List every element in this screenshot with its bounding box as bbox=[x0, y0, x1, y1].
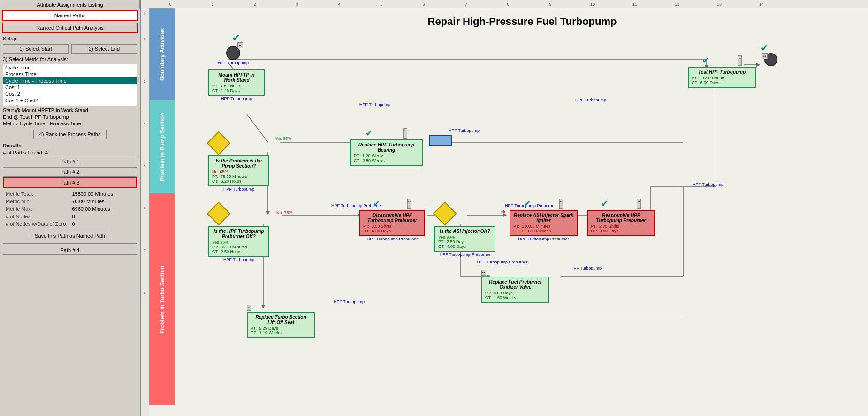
disassemble-box[interactable]: Disassemble HPF Turbopump Preburner PT: … bbox=[359, 210, 425, 236]
reassemble-box[interactable]: Reassemble HPF Turbopump Preburner PT: 2… bbox=[587, 210, 655, 236]
lane-pump: Problem in Pump Section bbox=[149, 100, 175, 194]
check-test-hpf: ✔ bbox=[702, 55, 709, 66]
preburner-ok-box[interactable]: Is the HPF Turbopump Preburner OK? Yes 2… bbox=[208, 226, 269, 257]
start-node: HPF Turbopump bbox=[218, 46, 249, 65]
metric-min-value: 70.00 Minutes bbox=[70, 198, 114, 205]
replace-turbo-node[interactable]: ▪▪ Replace Turbo Section Lift-Off Seal P… bbox=[247, 304, 315, 338]
path1-button[interactable]: Path # 1 bbox=[3, 157, 137, 166]
diagram-title: Repair High-Pressure Fuel Turbopump bbox=[176, 15, 868, 28]
ruler-mark-10: 10 bbox=[571, 2, 614, 7]
replace-asi-node[interactable]: ✔ ▪▪ Replace ASI Injector Spark Igniter … bbox=[510, 199, 578, 241]
metric-max-label: Metric Max: bbox=[4, 206, 69, 212]
panel-scroll: Setup 1) Select Start 2) Select End 3) S… bbox=[0, 34, 140, 416]
diagram-canvas: 0 1 2 3 4 5 6 7 8 9 10 11 12 13 14 1 2 3… bbox=[141, 0, 868, 416]
hpf-bearing-label: HPF Turbopump bbox=[449, 128, 480, 133]
replace-asi-title: Replace ASI Injector Spark Igniter bbox=[513, 213, 574, 223]
hpf-turbo-label: HPF Turbopump bbox=[334, 300, 365, 304]
ruler-mark-14: 14 bbox=[740, 2, 783, 7]
bearing-box[interactable]: Replace HPF Turbopump Bearing PT: 1.20 W… bbox=[350, 139, 423, 166]
yes35-label: Yes 35% bbox=[275, 136, 291, 141]
ruler-mark-13: 13 bbox=[698, 2, 740, 7]
metric-cost1[interactable]: Cost 1 bbox=[3, 84, 137, 91]
replace-fuel-box[interactable]: Replace Fuel Preburner Oxidizer Valve PT… bbox=[481, 277, 549, 303]
ruler-mark-v-7: 7 bbox=[144, 229, 145, 271]
asi-ok-box[interactable]: Is the ASI Injector OK? Yes 90% PT: 2.50… bbox=[434, 226, 495, 252]
nodes-label: # of Nodes: bbox=[4, 213, 69, 220]
metric-cost1-cost2[interactable]: Cost1 + Cost2 bbox=[3, 97, 137, 104]
ruler-mark-9: 9 bbox=[529, 2, 571, 7]
asi-ok-node[interactable]: Is the ASI Injector OK? Yes 90% PT: 2.50… bbox=[434, 203, 495, 257]
ruler-mark-v-5: 5 bbox=[144, 145, 145, 187]
mount-hpf-box[interactable]: Mount HPFTP inWork Stand PT: 7.50 HoursC… bbox=[208, 69, 265, 101]
metric-process-time[interactable]: Process Time bbox=[3, 71, 137, 77]
ruler-left: 1 2 3 4 5 6 7 8 bbox=[141, 8, 149, 416]
badge-bearing: ▪▪ bbox=[403, 128, 407, 139]
nodes-value: 8 bbox=[70, 213, 114, 220]
named-paths-btn[interactable]: Named Paths bbox=[2, 10, 138, 21]
test-hpf-node[interactable]: ✔ ▪▪ Test HPF Turbopump PT: 112.00 Hours… bbox=[688, 55, 756, 88]
replace-fuel-title: Replace Fuel Preburner Oxidizer Valve bbox=[485, 279, 546, 290]
pump-section-node[interactable]: Is the Problem in the Pump Section? No 6… bbox=[208, 133, 269, 192]
lane-boundary: Boundary Activities bbox=[149, 8, 175, 100]
mount-activity[interactable]: Mount HPFTP inWork Stand PT: 7.50 HoursC… bbox=[208, 69, 265, 96]
test-hpf-box[interactable]: Test HPF Turbopump PT: 112.00 HoursCT: 6… bbox=[688, 67, 756, 88]
ruler-mark-8: 8 bbox=[487, 2, 529, 7]
replace-bearing-node[interactable]: ✔ ▪▪ Replace HPF Turbopump Bearing PT: 1… bbox=[350, 128, 423, 166]
hpf-right-label: HPF Turbopump bbox=[693, 182, 723, 187]
swim-lane-container: Boundary Activities Problem in Pump Sect… bbox=[149, 8, 868, 416]
ruler-mark-4: 4 bbox=[318, 2, 360, 7]
setup-row: 1) Select Start 2) Select End bbox=[0, 42, 140, 55]
test-hpf-metrics: PT: 112.00 HoursCT: 6.00 Days bbox=[692, 76, 752, 85]
ruler-mark-v-8: 8 bbox=[144, 271, 145, 314]
metric-select-label: 3) Select Metric for Analysis: bbox=[0, 55, 140, 63]
replace-turbo-box[interactable]: Replace Turbo Section Lift-Off Seal PT: … bbox=[247, 312, 315, 338]
badge-test-hpf: ▪▪ bbox=[738, 55, 742, 66]
nodes-zero-label: # of Nodes w/Data of Zero: bbox=[4, 221, 69, 227]
metric-total-label: Metric Total: bbox=[4, 191, 69, 197]
mount-title: Mount HPFTP inWork Stand bbox=[212, 72, 261, 83]
replace-fuel-node[interactable]: ▪▪ Replace Fuel Preburner Oxidizer Valve… bbox=[481, 269, 549, 303]
path4-button[interactable]: Path # 4 bbox=[3, 246, 137, 255]
path3-button[interactable]: Path # 3 bbox=[3, 177, 137, 188]
metric-cycle-time[interactable]: Cycle Time bbox=[3, 64, 137, 71]
preburner-diamond[interactable] bbox=[207, 202, 231, 226]
bearing-metrics: PT: 1.20 WeeksCT: 2.80 Weeks bbox=[354, 154, 419, 163]
pump-diamond[interactable] bbox=[207, 131, 231, 155]
pump-section-label: HPF Turbopump bbox=[208, 187, 269, 192]
ruler-mark-3: 3 bbox=[276, 2, 318, 7]
rank-process-paths-button[interactable]: 4) Rank the Process Paths bbox=[33, 130, 107, 139]
hpf-top-label: HPF Turbopump bbox=[575, 98, 606, 102]
path2-button[interactable]: Path # 2 bbox=[3, 167, 137, 177]
replace-asi-metrics: PT: 130.00 MinutesCT: 200.00 Minutes bbox=[513, 224, 574, 233]
disassemble-node[interactable]: ✔ ▪▪ Disassemble HPF Turbopump Preburner… bbox=[359, 199, 425, 241]
metric-min-label: Metric Min: bbox=[4, 198, 69, 205]
pump-section-metrics: No 65% PT: 75.00 MinutesCT: 6.20 Hours bbox=[212, 169, 266, 184]
ruler-mark-5: 5 bbox=[360, 2, 403, 7]
metric-listbox[interactable]: Cycle Time Process Time Cycle Time - Pro… bbox=[3, 64, 137, 106]
select-end-button[interactable]: 2) Select End bbox=[71, 44, 137, 54]
metric-no-data: -- No Data Attributes are Assigned bbox=[3, 104, 137, 106]
ruler-mark-1: 1 bbox=[191, 2, 234, 7]
preburner-ok-node[interactable]: Is the HPF Turbopump Preburner OK? Yes 2… bbox=[208, 203, 269, 262]
end-at-label: End @ Test HPF Turbopump bbox=[0, 114, 140, 120]
ruler-mark-v-6: 6 bbox=[144, 187, 145, 229]
metric-total-value: 15800.00 Minutes bbox=[70, 191, 114, 197]
metric-cycle-process[interactable]: Cycle Time - Process Time bbox=[3, 77, 137, 84]
metric-cost2[interactable]: Cost 2 bbox=[3, 91, 137, 97]
replace-asi-box[interactable]: Replace ASI Injector Spark Igniter PT: 1… bbox=[510, 210, 578, 236]
asi-ok-hpf-label: HPF Turbopump Preburner bbox=[434, 252, 495, 257]
save-path-button[interactable]: Save this Path as Named Path bbox=[29, 231, 111, 240]
select-start-button[interactable]: 1) Select Start bbox=[3, 44, 69, 54]
ruler-mark-v-2: 2 bbox=[144, 18, 145, 60]
no75-label: No 75% bbox=[276, 210, 293, 215]
setup-label: Setup bbox=[0, 34, 140, 42]
badge-end: ▪▪ bbox=[762, 53, 768, 59]
left-panel: Attribute Assignments Listing Named Path… bbox=[0, 0, 141, 416]
asi-diamond[interactable] bbox=[433, 202, 457, 226]
ruler-mark-11: 11 bbox=[614, 2, 656, 7]
ranked-critical-btn[interactable]: Ranked Critical Path Analysis bbox=[2, 23, 138, 33]
metrics-table: Metric Total:15800.00 Minutes Metric Min… bbox=[3, 190, 116, 228]
disassemble-title: Disassemble HPF Turbopump Preburner bbox=[363, 213, 421, 223]
pump-section-box[interactable]: Is the Problem in the Pump Section? No 6… bbox=[208, 155, 269, 186]
reassemble-node[interactable]: ✔ ▪▪ Reassemble HPF Turbopump Preburner … bbox=[587, 199, 655, 236]
